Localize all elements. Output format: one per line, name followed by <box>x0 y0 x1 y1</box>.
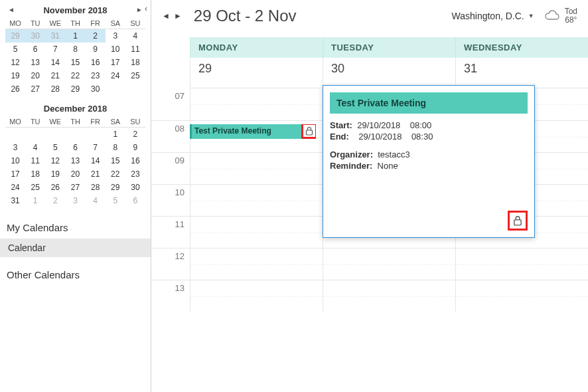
minical-day[interactable]: 27 <box>25 82 45 96</box>
minical-day[interactable]: 14 <box>45 56 65 69</box>
time-slot[interactable] <box>190 248 323 280</box>
minical-next-button[interactable]: ► <box>136 6 143 13</box>
minical-dow: SU <box>125 18 145 29</box>
minical-day[interactable]: 22 <box>65 69 85 82</box>
minical-day[interactable]: 31 <box>45 29 65 43</box>
day-column-header[interactable]: TUESDAY <box>323 37 455 58</box>
minical-day[interactable]: 29 <box>106 181 125 194</box>
minical-day[interactable]: 30 <box>125 181 145 194</box>
tooltip-end-time: 08:30 <box>411 132 433 142</box>
minical-day[interactable]: 26 <box>45 181 65 194</box>
minical-day[interactable]: 6 <box>65 141 85 154</box>
minical-day[interactable]: 2 <box>45 194 65 207</box>
tooltip-reminder-label: Reminder: <box>330 161 372 171</box>
minical-day[interactable]: 24 <box>5 181 25 194</box>
minical-day[interactable]: 2 <box>125 128 145 142</box>
time-slot[interactable] <box>455 248 588 280</box>
minical-day[interactable]: 20 <box>65 167 85 181</box>
minical-day[interactable]: 19 <box>5 69 25 82</box>
minical-day[interactable]: 28 <box>45 82 65 96</box>
minical-day[interactable]: 20 <box>25 69 45 82</box>
minical-day[interactable]: 16 <box>125 154 145 167</box>
minical-day[interactable]: 4 <box>125 29 145 43</box>
weather-location-picker[interactable]: Washington, D.C. ▼ <box>452 11 534 21</box>
minical-day[interactable]: 9 <box>86 43 106 56</box>
minical-day[interactable]: 2 <box>86 29 106 43</box>
day-column-header[interactable]: WEDNESDAY <box>455 37 588 58</box>
minical-day[interactable]: 27 <box>65 181 85 194</box>
time-slot[interactable] <box>190 216 323 248</box>
time-slot[interactable] <box>190 152 323 184</box>
cloud-icon <box>544 10 561 22</box>
minical-prev-button[interactable]: ◄ <box>8 6 15 13</box>
time-slot[interactable] <box>190 280 323 312</box>
next-range-button[interactable]: ► <box>174 11 182 21</box>
minical-day[interactable]: 16 <box>86 56 106 69</box>
minical-day[interactable]: 10 <box>106 43 125 56</box>
time-slot[interactable] <box>190 88 323 120</box>
minical-day[interactable]: 12 <box>45 154 65 167</box>
minical-day[interactable]: 11 <box>125 43 145 56</box>
minical-day[interactable]: 3 <box>106 29 125 43</box>
minical-day[interactable]: 17 <box>106 56 125 69</box>
my-calendars-header[interactable]: My Calendars <box>0 217 151 239</box>
minical-day[interactable]: 21 <box>86 167 106 181</box>
calendar-list-item[interactable]: Calendar <box>0 239 151 257</box>
minical-day[interactable]: 5 <box>45 141 65 154</box>
minical-day[interactable]: 1 <box>25 194 45 207</box>
minical-day[interactable]: 28 <box>86 181 106 194</box>
minical-day[interactable]: 15 <box>65 56 85 69</box>
minical-day[interactable]: 26 <box>5 82 25 96</box>
minical-day[interactable]: 3 <box>5 141 25 154</box>
minical-day[interactable]: 17 <box>5 167 25 181</box>
minical-day[interactable]: 23 <box>125 167 145 181</box>
minical-day[interactable]: 14 <box>86 154 106 167</box>
minical-day[interactable]: 25 <box>125 69 145 82</box>
minical-day[interactable]: 29 <box>65 82 85 96</box>
minical-day[interactable]: 30 <box>86 82 106 96</box>
minical-day[interactable]: 29 <box>5 29 25 43</box>
day-date-cell[interactable]: 31 <box>455 58 588 88</box>
minical-day[interactable]: 12 <box>5 56 25 69</box>
minical-day[interactable]: 6 <box>25 43 45 56</box>
minical-day[interactable]: 15 <box>106 154 125 167</box>
minical-day[interactable]: 19 <box>45 167 65 181</box>
time-slot[interactable] <box>323 248 455 280</box>
minical-day[interactable]: 4 <box>25 141 45 154</box>
minical-day[interactable]: 7 <box>86 141 106 154</box>
minical-day[interactable]: 13 <box>65 154 85 167</box>
minical-day[interactable]: 8 <box>106 141 125 154</box>
minical-day[interactable]: 24 <box>106 69 125 82</box>
minical-day[interactable]: 30 <box>25 29 45 43</box>
minical-day[interactable]: 1 <box>106 128 125 142</box>
minical-day[interactable]: 18 <box>25 167 45 181</box>
minical-day[interactable]: 1 <box>65 29 85 43</box>
day-column-header[interactable]: MONDAY <box>190 37 323 58</box>
minical-day[interactable]: 5 <box>106 194 125 207</box>
minical-day[interactable]: 13 <box>25 56 45 69</box>
minical-day[interactable]: 9 <box>125 141 145 154</box>
minical-day[interactable]: 31 <box>5 194 25 207</box>
minical-day[interactable]: 21 <box>45 69 65 82</box>
calendar-event[interactable]: Test Private Meeting <box>190 124 316 139</box>
other-calendars-header[interactable]: Other Calendars <box>0 264 151 286</box>
weather-widget[interactable]: Tod 68° <box>544 7 577 25</box>
minical-day[interactable]: 10 <box>5 154 25 167</box>
time-slot[interactable] <box>323 280 455 312</box>
minical-day[interactable]: 4 <box>86 194 106 207</box>
minical-day[interactable]: 18 <box>125 56 145 69</box>
minical-day[interactable]: 3 <box>65 194 85 207</box>
minical-day[interactable]: 5 <box>5 43 25 56</box>
minical-day[interactable]: 23 <box>86 69 106 82</box>
minical-day[interactable]: 22 <box>106 167 125 181</box>
minical-day[interactable]: 11 <box>25 154 45 167</box>
day-date-cell[interactable]: 30 <box>323 58 455 88</box>
day-date-cell[interactable]: 29 <box>190 58 323 88</box>
time-slot[interactable] <box>190 184 323 216</box>
time-slot[interactable] <box>455 280 588 312</box>
minical-day[interactable]: 8 <box>65 43 85 56</box>
minical-day[interactable]: 25 <box>25 181 45 194</box>
minical-day[interactable]: 7 <box>45 43 65 56</box>
prev-range-button[interactable]: ◄ <box>162 11 170 21</box>
minical-day[interactable]: 6 <box>125 194 145 207</box>
